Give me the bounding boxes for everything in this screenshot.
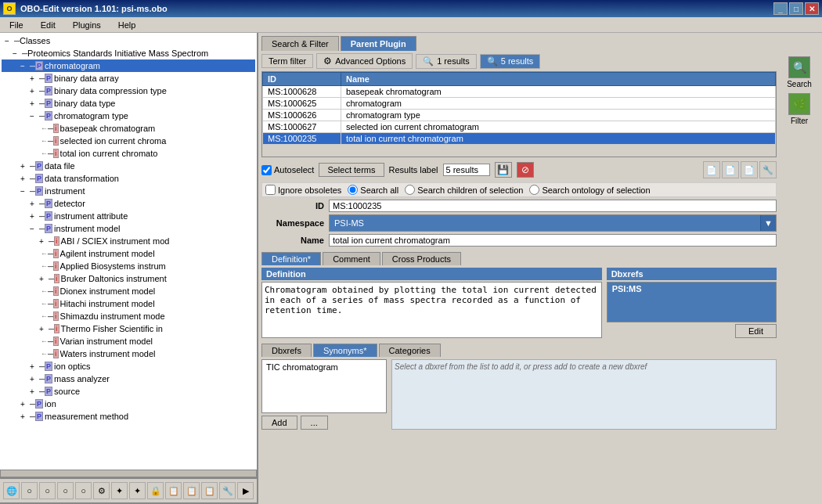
toggle-chromatogram-type[interactable]: − bbox=[30, 112, 39, 121]
synonym-item[interactable]: TIC chromatogram bbox=[264, 362, 384, 373]
search-all-radio[interactable] bbox=[348, 185, 358, 195]
tree-node-dionex[interactable]: ← ─ i Dionex instrument model bbox=[2, 285, 255, 297]
ignore-obsoletes-label[interactable]: Ignore obsoletes bbox=[265, 185, 341, 195]
tree-node-bruker[interactable]: + ─ i Bruker Daltonics instrument bbox=[2, 272, 255, 285]
toggle-chromatogram[interactable]: − bbox=[20, 62, 30, 70]
menu-plugins[interactable]: Plugins bbox=[68, 19, 106, 31]
tool-btn-play[interactable]: ▶ bbox=[237, 482, 254, 499]
tree-node-inst-model[interactable]: − ─ P instrument model bbox=[2, 222, 255, 235]
tool-btn-lock[interactable]: 🔒 bbox=[147, 482, 164, 499]
minimize-button[interactable]: _ bbox=[773, 2, 788, 15]
save-button[interactable]: 💾 bbox=[495, 162, 512, 178]
ignore-obsoletes-checkbox[interactable] bbox=[265, 185, 276, 195]
toggle-binary-compression[interactable]: + bbox=[30, 87, 39, 95]
tree-horizontal-scrollbar[interactable] bbox=[0, 470, 257, 477]
toggle-binary-data-type[interactable]: + bbox=[30, 99, 39, 108]
search-ontology-radio[interactable] bbox=[529, 185, 539, 195]
tab-synonyms[interactable]: Synonyms* bbox=[313, 344, 377, 357]
btn-1-results[interactable]: 🔍 1 results bbox=[416, 54, 477, 69]
toggle-ion-optics[interactable]: + bbox=[30, 362, 39, 371]
toggle-abi[interactable]: + bbox=[39, 237, 49, 246]
filter-icon-btn[interactable]: 🌿 Filter bbox=[785, 93, 813, 125]
tree-node-waters[interactable]: ← ─ i Waters instrument model bbox=[2, 347, 255, 360]
search-children-radio[interactable] bbox=[405, 185, 415, 195]
action-btn-4[interactable]: 🔧 bbox=[759, 161, 777, 178]
tree-node-abi[interactable]: + ─ i ABI / SCIEX instrument mod bbox=[2, 235, 255, 247]
class-tree[interactable]: − ─ Classes − ─ Proteomics Standards Ini… bbox=[0, 33, 257, 468]
cancel-button[interactable]: ⊘ bbox=[517, 162, 534, 178]
toggle-thermo[interactable]: + bbox=[39, 325, 49, 333]
toggle-inst-model[interactable]: − bbox=[30, 225, 39, 233]
toggle-measurement[interactable]: + bbox=[20, 412, 30, 421]
tree-node-ion-optics[interactable]: + ─ P ion optics bbox=[2, 360, 255, 373]
results-label-input[interactable] bbox=[443, 164, 490, 176]
add-synonym-btn[interactable]: Add bbox=[261, 416, 297, 430]
tab-cross-products[interactable]: Cross Products bbox=[382, 252, 461, 265]
tool-btn-3[interactable]: ○ bbox=[39, 482, 56, 499]
toggle-inst-attr[interactable]: + bbox=[30, 212, 39, 221]
tool-btn-star1[interactable]: ✦ bbox=[111, 482, 128, 499]
tree-node-shimazdu[interactable]: ← ─ i Shimazdu instrument mode bbox=[2, 310, 255, 322]
edit-synonym-btn[interactable]: ... bbox=[301, 416, 328, 430]
search-all-label[interactable]: Search all bbox=[348, 185, 398, 195]
tab-dbxrefs[interactable]: Dbxrefs bbox=[261, 344, 312, 357]
tree-node-thermo[interactable]: + ─ i Thermo Fisher Scientific in bbox=[2, 322, 255, 335]
table-row[interactable]: MS:1000628 basepeak chromatogram bbox=[263, 86, 776, 98]
action-btn-2[interactable]: 📄 bbox=[722, 161, 739, 178]
tree-node-chromatogram-type[interactable]: − ─ P chromatogram type bbox=[2, 110, 255, 122]
tree-node-proteomics[interactable]: − ─ Proteomics Standards Initiative Mass… bbox=[2, 47, 255, 59]
table-row[interactable]: MS:1000626 chromatogram type bbox=[263, 110, 776, 121]
tab-comment[interactable]: Comment bbox=[323, 252, 380, 265]
tab-parent-plugin[interactable]: Parent Plugin bbox=[341, 36, 416, 51]
tree-node-data-transformation[interactable]: + ─ P data transformation bbox=[2, 172, 255, 185]
toggle-ion[interactable]: + bbox=[20, 400, 30, 409]
edit-button[interactable]: Edit bbox=[735, 324, 777, 338]
menu-edit[interactable]: Edit bbox=[36, 19, 60, 31]
tab-definition[interactable]: Definition* bbox=[261, 252, 321, 265]
action-btn-3[interactable]: 📄 bbox=[741, 161, 758, 178]
tool-btn-wrench[interactable]: 🔧 bbox=[219, 482, 236, 499]
results-table-container[interactable]: ID Name MS:1000628 basepeak chromatogram… bbox=[261, 71, 777, 157]
tree-node-ion[interactable]: + ─ P ion bbox=[2, 398, 255, 410]
tree-node-applied-biosystems[interactable]: ← ─ i Applied Biosystems instrum bbox=[2, 260, 255, 272]
tool-btn-2[interactable]: ○ bbox=[21, 482, 38, 499]
toggle-binary-data-array[interactable]: + bbox=[30, 74, 39, 83]
search-ontology-label[interactable]: Search ontology of selection bbox=[529, 185, 650, 195]
tree-node-mass-analyzer[interactable]: + ─ P mass analyzer bbox=[2, 373, 255, 385]
tool-btn-star2[interactable]: ✦ bbox=[129, 482, 146, 499]
tab-search-filter[interactable]: Search & Filter bbox=[261, 36, 339, 51]
tree-node-classes[interactable]: − ─ Classes bbox=[2, 34, 255, 47]
tree-node-chromatogram[interactable]: − ─ P chromatogram bbox=[2, 59, 255, 72]
synonym-list[interactable]: TIC chromatogram bbox=[261, 359, 387, 413]
toggle-data-transformation[interactable]: + bbox=[20, 175, 30, 183]
tree-node-data-file[interactable]: + ─ P data file bbox=[2, 160, 255, 172]
tree-node-varian[interactable]: ← ─ i Varian instrument model bbox=[2, 335, 255, 347]
tree-node-binary-data-array[interactable]: + ─ P binary data array bbox=[2, 72, 255, 85]
tree-node-selected-ion[interactable]: ← ─ i selected ion current chroma bbox=[2, 135, 255, 147]
table-row[interactable]: MS:1000625 chromatogram bbox=[263, 98, 776, 110]
btn-advanced-options[interactable]: ⚙ Advanced Options bbox=[316, 53, 413, 69]
toggle-classes[interactable]: − bbox=[5, 37, 14, 45]
toggle-detector[interactable]: + bbox=[30, 200, 39, 208]
maximize-button[interactable]: □ bbox=[789, 2, 803, 15]
tool-btn-5[interactable]: ○ bbox=[75, 482, 92, 499]
tree-node-detector[interactable]: + ─ P detector bbox=[2, 197, 255, 210]
menu-file[interactable]: File bbox=[5, 19, 28, 31]
table-row[interactable]: MS:1000627 selected ion current chromato… bbox=[263, 121, 776, 133]
tree-node-binary-compression[interactable]: + ─ P binary data compression type bbox=[2, 85, 255, 97]
tree-node-measurement-method[interactable]: + ─ P measurement method bbox=[2, 410, 255, 423]
tree-node-agilent[interactable]: ← ─ i Agilent instrument model bbox=[2, 247, 255, 260]
tab-categories[interactable]: Categories bbox=[379, 344, 441, 357]
menu-help[interactable]: Help bbox=[114, 19, 141, 31]
tree-node-instrument[interactable]: − ─ P instrument bbox=[2, 185, 255, 197]
select-terms-btn[interactable]: Select terms bbox=[319, 163, 384, 177]
btn-term-filter[interactable]: Term filter bbox=[261, 54, 313, 68]
table-row[interactable]: MS:1000235 total ion current chromatogra… bbox=[263, 133, 776, 145]
tool-btn-clip2[interactable]: 📋 bbox=[183, 482, 200, 499]
tool-btn-1[interactable]: 🌐 bbox=[3, 482, 20, 499]
tree-node-total-ion[interactable]: ← ─ i total ion current chromato bbox=[2, 147, 255, 160]
tree-node-hitachi[interactable]: ← ─ i Hitachi instrument model bbox=[2, 297, 255, 310]
toggle-mass-analyzer[interactable]: + bbox=[30, 375, 39, 383]
close-button[interactable]: ✕ bbox=[805, 2, 819, 15]
tree-node-inst-attr[interactable]: + ─ P instrument attribute bbox=[2, 210, 255, 222]
